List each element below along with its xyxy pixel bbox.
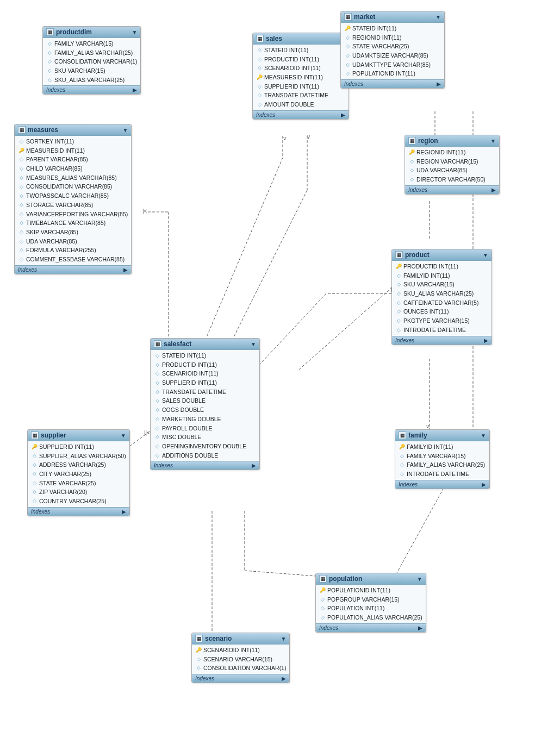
table-population[interactable]: ▦ population ▼ 🔑POPULATIONID INT(11) ◇PO… [315,573,426,633]
table-footer-sales[interactable]: Indexes ▶ [253,110,349,119]
table-icon-population: ▦ [319,575,327,583]
table-header-sales[interactable]: ▦ sales ▼ [253,33,349,45]
table-supplier[interactable]: ▦ supplier ▼ 🔑SUPPLIERID INT(11) ◇SUPPLI… [27,429,130,516]
indexes-arrow-salesfact[interactable]: ▶ [252,462,256,468]
svg-text:|<: |< [142,208,147,214]
indexes-arrow-scenario[interactable]: ▶ [282,676,286,681]
table-expand-scenario[interactable]: ▼ [281,636,287,642]
indexes-arrow-family[interactable]: ▶ [482,481,486,487]
field-row: ◇CHILD VARCHAR(85) [15,164,131,173]
field-icon: ◇ [395,317,402,324]
table-footer-population[interactable]: Indexes ▶ [316,623,426,632]
field-row: ◇CITY VARCHAR(25) [28,470,129,479]
table-header-measures[interactable]: ▦ measures ▼ [15,124,131,136]
table-expand-salesfact[interactable]: ▼ [251,341,256,347]
field-icon: ◇ [18,211,24,218]
table-family[interactable]: ▦ family ▼ 🔑FAMILYID INT(11) ◇FAMILY VAR… [395,429,490,489]
table-icon-sales: ▦ [256,35,264,42]
table-region[interactable]: ▦ region ▼ 🔑REGIONID INT(11) ◇REGION VAR… [405,135,500,195]
table-header-region[interactable]: ▦ region ▼ [405,135,499,147]
fields-product: 🔑PRODUCTID INT(11) ◇FAMILYID INT(11) ◇SK… [392,261,491,336]
field-icon: ◇ [18,247,24,254]
field-row: ◇POPULATION INT(11) [316,604,426,613]
table-header-population[interactable]: ▦ population ▼ [316,573,426,585]
svg-text:∨: ∨ [283,135,287,141]
table-expand-product[interactable]: ▼ [483,252,488,258]
indexes-arrow-supplier[interactable]: ▶ [122,509,126,515]
table-sales[interactable]: ▦ sales ▼ ◇STATEID INT(11) ◇PRODUCTID IN… [252,33,349,120]
table-productdim[interactable]: ▦ productdim ▼ ◇FAMILY VARCHAR(15) ◇FAMI… [42,26,141,95]
table-footer-family[interactable]: Indexes ▶ [395,480,489,489]
field-row: ◇COGS DOUBLE [151,405,259,415]
table-footer-product[interactable]: Indexes ▶ [392,336,491,345]
fields-scenario: 🔑SCENARIOID INT(11) ◇SCENARIO VARCHAR(15… [192,645,289,674]
table-footer-productdim[interactable]: Indexes ▶ [43,85,140,94]
field-icon: ◇ [395,308,402,315]
field-row: 🔑SCENARIOID INT(11) [192,646,289,655]
indexes-arrow-region[interactable]: ▶ [491,187,496,193]
table-icon-salesfact: ▦ [154,340,161,348]
table-expand-productdim[interactable]: ▼ [132,29,138,35]
svg-text:∨: ∨ [307,134,310,140]
field-icon: ◇ [154,352,160,359]
table-product[interactable]: ▦ product ▼ 🔑PRODUCTID INT(11) ◇FAMILYID… [391,249,492,345]
field-row: ◇SKU_ALIAS VARCHAR(25) [43,76,140,85]
indexes-arrow-product[interactable]: ▶ [484,337,488,343]
table-footer-measures[interactable]: Indexes ▶ [15,265,131,274]
table-header-market[interactable]: ▦ market ▼ [341,11,444,23]
field-icon: ◇ [195,656,202,663]
indexes-label-product: Indexes [395,337,414,343]
table-footer-market[interactable]: Indexes ▶ [341,79,444,88]
table-header-product[interactable]: ▦ product ▼ [392,249,491,261]
field-icon: ◇ [399,471,405,478]
field-icon-key: 🔑 [395,263,402,270]
field-icon: ◇ [319,614,326,621]
indexes-arrow-productdim[interactable]: ▶ [133,87,137,93]
field-row: ◇OUNCES INT(11) [392,307,491,316]
field-icon: ◇ [18,256,24,263]
table-header-supplier[interactable]: ▦ supplier ▼ [28,430,129,441]
table-header-salesfact[interactable]: ▦ salesfact ▼ [151,339,259,350]
fields-family: 🔑FAMILYID INT(11) ◇FAMILY VARCHAR(15) ◇F… [395,441,489,480]
table-header-scenario[interactable]: ▦ scenario ▼ [192,633,289,645]
table-header-family[interactable]: ▦ family ▼ [395,430,489,441]
indexes-arrow-population[interactable]: ▶ [418,625,422,631]
table-footer-scenario[interactable]: Indexes ▶ [192,674,289,683]
indexes-arrow-market[interactable]: ▶ [437,81,441,87]
indexes-arrow-measures[interactable]: ▶ [123,267,128,273]
field-icon: ◇ [256,47,263,54]
table-expand-region[interactable]: ▼ [490,138,496,144]
table-footer-salesfact[interactable]: Indexes ▶ [151,461,259,470]
table-icon-region: ▦ [408,137,416,145]
field-row: 🔑POPULATIONID INT(11) [316,586,426,595]
field-row: ◇CAFFEINATED VARCHAR(5) [392,298,491,308]
table-market[interactable]: ▦ market ▼ 🔑STATEID INT(11) ◇REGIONID IN… [340,11,445,89]
table-salesfact[interactable]: ▦ salesfact ▼ ◇STATEID INT(11) ◇PRODUCTI… [150,338,260,470]
field-icon: ◇ [154,397,160,404]
table-footer-region[interactable]: Indexes ▶ [405,185,499,194]
svg-line-18 [245,571,315,576]
indexes-arrow-sales[interactable]: ▶ [341,112,345,118]
table-expand-measures[interactable]: ▼ [122,127,128,133]
table-header-productdim[interactable]: ▦ productdim ▼ [43,27,140,38]
field-icon: ◇ [31,480,38,487]
table-expand-family[interactable]: ▼ [481,433,486,439]
field-icon: ◇ [46,58,53,65]
field-icon: ◇ [399,461,405,468]
table-icon-family: ▦ [399,431,406,439]
indexes-label-region: Indexes [408,187,427,193]
table-expand-market[interactable]: ▼ [435,14,441,20]
field-icon-key: 🔑 [18,147,24,154]
field-icon: ◇ [195,665,202,672]
indexes-label-sales: Indexes [256,112,275,118]
table-icon-measures: ▦ [18,126,26,134]
field-icon: ◇ [344,34,351,41]
table-expand-supplier[interactable]: ▼ [121,433,126,439]
table-expand-population[interactable]: ▼ [417,576,422,582]
field-row: ◇SUPPLIERID INT(11) [253,82,349,91]
table-footer-supplier[interactable]: Indexes ▶ [28,507,129,516]
table-scenario[interactable]: ▦ scenario ▼ 🔑SCENARIOID INT(11) ◇SCENAR… [191,633,290,683]
table-measures[interactable]: ▦ measures ▼ ◇SORTKEY INT(11) 🔑MEASURESI… [14,124,132,274]
field-row: ◇POPULATION_ALIAS VARCHAR(25) [316,613,426,622]
field-row: ◇PRODUCTID INT(11) [151,360,259,370]
